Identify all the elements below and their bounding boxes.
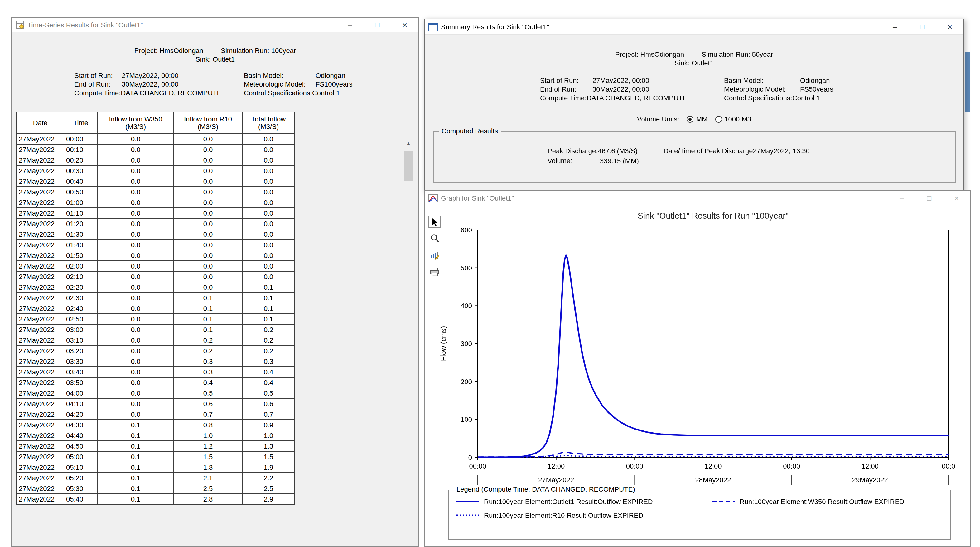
table-cell: 0.0	[98, 197, 174, 208]
info-compute-time: Compute Time:DATA CHANGED, RECOMPUTE	[540, 94, 687, 101]
table-cell: 00:00	[64, 134, 98, 144]
table-cell: 0.8	[174, 420, 242, 430]
table-cell: 27May2022	[16, 324, 64, 335]
radio-1000m3[interactable]: 1000 M3	[715, 115, 751, 123]
table-row: 27May202204:400.11.01.0	[16, 430, 295, 441]
svg-text:28May2022: 28May2022	[695, 476, 731, 484]
table-row: 27May202205:000.11.51.5	[16, 451, 295, 462]
table-cell: 0.0	[98, 282, 174, 292]
table-row: 27May202205:200.12.12.2	[16, 472, 295, 483]
table-cell: 03:00	[64, 324, 98, 335]
scroll-up-button[interactable]: ▲	[404, 138, 414, 148]
table-cell: 03:30	[64, 356, 98, 367]
table-cell: 04:00	[64, 388, 98, 398]
scrollbar-thumb[interactable]	[404, 151, 413, 181]
info-end-of-run: End of Run:30May2022, 00:00	[540, 86, 649, 93]
table-cell: 0.0	[98, 208, 174, 218]
table-cell: 0.2	[242, 346, 295, 356]
table-cell: 0.0	[174, 271, 242, 282]
table-cell: 0.1	[98, 494, 174, 504]
table-cell: 0.0	[242, 239, 295, 250]
table-cell: 04:50	[64, 441, 98, 451]
graph-titlebar[interactable]: Graph for Sink "Outlet1" – □ ×	[425, 191, 970, 206]
close-button[interactable]: ×	[391, 18, 418, 32]
table-cell: 27May2022	[16, 165, 64, 176]
radio-mm-dot[interactable]	[687, 116, 694, 122]
table-row: 27May202200:400.00.00.0	[16, 176, 295, 187]
table-cell: 01:50	[64, 250, 98, 261]
peak-discharge: Peak Discharge:467.6 (M3/S)	[547, 147, 638, 154]
maximize-button[interactable]: □	[364, 18, 391, 32]
timeseries-window: Time-Series Results for Sink "Outlet1" –…	[11, 17, 419, 547]
table-cell: 01:30	[64, 229, 98, 239]
table-cell: 27May2022	[16, 155, 64, 165]
table-cell: 27May2022	[16, 197, 64, 208]
close-button[interactable]: ×	[943, 191, 970, 206]
svg-text:29May2022: 29May2022	[852, 476, 888, 484]
radio-1000m3-dot[interactable]	[715, 116, 722, 122]
maximize-button[interactable]: □	[908, 19, 936, 34]
computed-results-group: Computed Results Peak Discharge:467.6 (M…	[433, 132, 956, 182]
project-line: Project: HmsOdiongan Simulation Run: 50y…	[425, 51, 964, 58]
close-button[interactable]: ×	[936, 19, 964, 34]
table-cell: 0.3	[174, 356, 242, 367]
table-cell: 0.0	[174, 134, 242, 144]
table-cell: 0.0	[98, 409, 174, 420]
table-cell: 1.0	[242, 430, 295, 441]
table-cell: 27May2022	[16, 314, 64, 324]
table-cell: 1.3	[242, 441, 295, 451]
table-row: 27May202204:500.11.21.3	[16, 441, 295, 451]
summary-titlebar[interactable]: Summary Results for Sink "Outlet1" – □ ×	[425, 19, 964, 35]
table-cell: 0.0	[242, 218, 295, 229]
table-cell: 0.0	[98, 398, 174, 409]
table-cell: 04:40	[64, 430, 98, 441]
minimize-button[interactable]: –	[336, 18, 364, 32]
table-cell: 05:30	[64, 483, 98, 494]
table-cell: 27May2022	[16, 483, 64, 494]
table-cell: 03:10	[64, 335, 98, 346]
volume-units-row: Volume Units: MM 1000 M3	[425, 115, 964, 123]
table-cell: 0.0	[174, 218, 242, 229]
table-cell: 0.1	[242, 282, 295, 292]
table-cell: 04:10	[64, 398, 98, 409]
desktop: Time-Series Results for Sink "Outlet1" –…	[0, 0, 980, 547]
table-cell: 0.0	[98, 134, 174, 144]
table-cell: 0.0	[174, 261, 242, 271]
table-cell: 0.5	[242, 388, 295, 398]
svg-text:00:00: 00:00	[626, 462, 643, 470]
table-cell: 0.0	[174, 239, 242, 250]
table-cell: 27May2022	[16, 356, 64, 367]
table-cell: 27May2022	[16, 261, 64, 271]
table-cell: 0.0	[98, 250, 174, 261]
table-cell: 1.8	[174, 462, 242, 472]
table-cell: 0.0	[98, 155, 174, 165]
table-cell: 0.0	[98, 324, 174, 335]
table-cell: 0.0	[174, 197, 242, 208]
table-cell: 27May2022	[16, 420, 64, 430]
table-row: 27May202201:300.00.00.0	[16, 229, 295, 239]
svg-text:600: 600	[461, 226, 472, 234]
timeseries-titlebar[interactable]: Time-Series Results for Sink "Outlet1" –…	[12, 18, 418, 32]
table-cell: 03:50	[64, 377, 98, 388]
table-cell: 0.0	[98, 388, 174, 398]
table-cell: 1.9	[242, 462, 295, 472]
table-row: 27May202204:000.00.50.5	[16, 388, 295, 398]
table-scrollbar[interactable]: ▲	[403, 138, 414, 547]
minimize-button[interactable]: –	[881, 19, 908, 34]
table-cell: 0.0	[174, 155, 242, 165]
table-row: 27May202201:400.00.00.0	[16, 239, 295, 250]
table-cell: 0.0	[98, 229, 174, 239]
info-end-of-run: End of Run:30May2022, 00:00	[74, 80, 178, 88]
col-date: Date	[16, 112, 64, 134]
table-cell: 0.1	[242, 314, 295, 324]
radio-mm[interactable]: MM	[687, 115, 708, 123]
table-row: 27May202200:200.00.00.0	[16, 155, 295, 165]
table-cell: 02:00	[64, 261, 98, 271]
table-cell: 27May2022	[16, 409, 64, 420]
table-cell: 0.0	[98, 239, 174, 250]
table-cell: 0.0	[242, 208, 295, 218]
table-cell: 0.0	[242, 250, 295, 261]
minimize-button[interactable]: –	[888, 191, 915, 206]
table-cell: 0.1	[98, 472, 174, 483]
maximize-button[interactable]: □	[915, 191, 943, 206]
